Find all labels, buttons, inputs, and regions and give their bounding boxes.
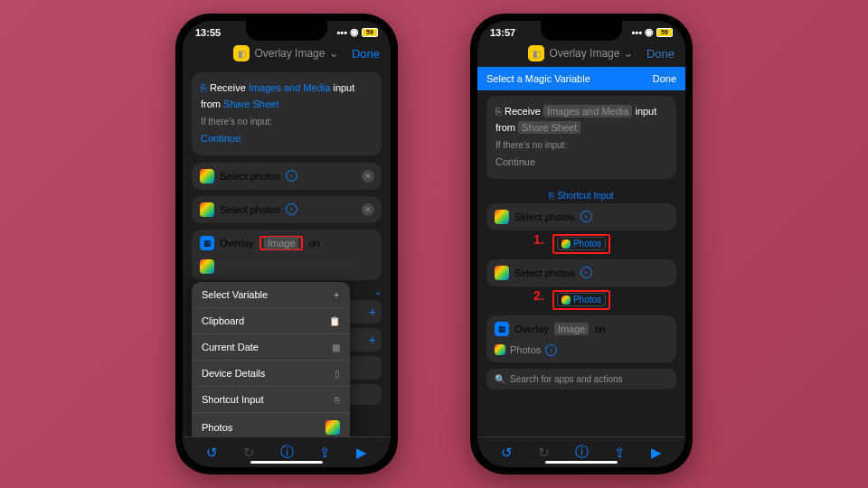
home-indicator[interactable] bbox=[250, 461, 323, 464]
wifi-icon: ◉ bbox=[645, 26, 654, 38]
redo-button: ↻ bbox=[538, 445, 550, 461]
editor-header: ◧ Overlay Image ⌄ Done bbox=[477, 40, 685, 67]
phone-icon: ▯ bbox=[335, 369, 340, 379]
battery-level: 59 bbox=[656, 28, 673, 37]
receive-block: ⎘ Receive Images and Media input from Sh… bbox=[192, 72, 382, 155]
shortcut-title: Overlay Image bbox=[549, 47, 619, 60]
info-button[interactable]: ⓘ bbox=[280, 444, 294, 461]
undo-button[interactable]: ↺ bbox=[501, 445, 513, 461]
menu-shortcut-input[interactable]: Shortcut Input⎘ bbox=[192, 387, 350, 413]
undo-button[interactable]: ↺ bbox=[206, 445, 218, 461]
banner-done-button[interactable]: Done bbox=[653, 73, 676, 84]
select-photos-action-1[interactable]: Select photos › bbox=[486, 203, 676, 230]
done-button[interactable]: Done bbox=[352, 47, 380, 61]
select-photos-action-1[interactable]: Select photos › ✕ bbox=[192, 163, 382, 190]
shortcut-title: Overlay Image bbox=[254, 47, 325, 60]
notch bbox=[246, 21, 327, 41]
variable-menu-popup: Select Variable✦ Clipboard📋 Current Date… bbox=[192, 282, 350, 436]
no-input-action[interactable]: Continue bbox=[495, 155, 667, 171]
time: 13:57 bbox=[490, 27, 515, 38]
input-source-token[interactable]: Share Sheet bbox=[518, 121, 580, 134]
share-button[interactable]: ⇪ bbox=[319, 445, 331, 461]
menu-select-variable[interactable]: Select Variable✦ bbox=[192, 282, 350, 308]
photos-icon bbox=[561, 296, 571, 305]
editor-header: ◧ Overlay Image ⌄ Done bbox=[183, 40, 391, 67]
home-indicator[interactable] bbox=[545, 461, 618, 464]
input-icon: ⎘ bbox=[495, 106, 502, 117]
action-label: Select photos bbox=[514, 267, 575, 278]
label: on bbox=[308, 238, 319, 249]
chevron-down-icon[interactable]: ⌄ bbox=[624, 47, 633, 60]
overlay-action[interactable]: ▦ Overlay Image on bbox=[192, 230, 382, 280]
expand-icon[interactable]: › bbox=[286, 203, 297, 215]
overlay-icon: ▦ bbox=[495, 322, 509, 336]
time: 13:55 bbox=[195, 27, 221, 38]
photos-icon bbox=[200, 169, 214, 183]
label: Overlay bbox=[220, 238, 254, 249]
select-photos-action-2[interactable]: Select photos › ✕ bbox=[192, 196, 382, 223]
action-label: Select photos bbox=[220, 204, 280, 215]
expand-icon[interactable]: › bbox=[286, 170, 297, 182]
remove-action-button[interactable]: ✕ bbox=[362, 170, 374, 183]
remove-action-button[interactable]: ✕ bbox=[362, 203, 374, 216]
input-icon: ⎘ bbox=[335, 395, 340, 405]
search-input[interactable]: 🔍Search for apps and actions bbox=[486, 369, 676, 389]
action-label: Select photos bbox=[514, 211, 575, 222]
annotation-2: 2. bbox=[533, 288, 544, 303]
photos-icon bbox=[495, 266, 509, 280]
image-param-token[interactable]: Image bbox=[264, 237, 299, 249]
input-source-token[interactable]: Share Sheet bbox=[223, 99, 278, 109]
photos-icon bbox=[561, 239, 571, 249]
on-target[interactable]: Photos bbox=[510, 344, 541, 355]
image-param-token[interactable]: Image bbox=[554, 323, 590, 335]
signal-icon: ••• bbox=[631, 27, 642, 38]
screen-right: 13:57 ••• ◉ 59 ◧ Overlay Image ⌄ Done Se… bbox=[477, 21, 685, 467]
action-label: Select photos bbox=[220, 171, 280, 182]
photos-icon bbox=[200, 202, 214, 217]
expand-icon[interactable]: › bbox=[580, 267, 592, 278]
overlay-action[interactable]: ▦ Overlay Image on Photos › bbox=[486, 315, 676, 362]
input-icon: ⎘ bbox=[549, 191, 554, 201]
add-icon[interactable]: + bbox=[369, 305, 376, 319]
run-button[interactable]: ▶ bbox=[356, 445, 367, 461]
notch bbox=[541, 21, 622, 41]
chevron-down-icon[interactable]: ⌄ bbox=[329, 47, 338, 60]
run-button[interactable]: ▶ bbox=[651, 445, 662, 461]
select-photos-action-2[interactable]: Select photos › bbox=[486, 259, 676, 286]
label: Overlay bbox=[514, 324, 549, 334]
photos-icon bbox=[495, 210, 509, 224]
menu-clipboard[interactable]: Clipboard📋 bbox=[192, 308, 350, 334]
banner-title: Select a Magic Variable bbox=[486, 73, 590, 84]
photos-icon bbox=[200, 259, 214, 274]
receive-block: ⎘ Receive Images and Media input from Sh… bbox=[486, 96, 676, 179]
expand-icon[interactable]: › bbox=[545, 344, 557, 356]
input-types-token[interactable]: Images and Media bbox=[249, 82, 331, 93]
no-input-label: If there's no input: bbox=[495, 138, 667, 153]
label: on bbox=[594, 324, 605, 334]
no-input-action[interactable]: Continue bbox=[201, 131, 373, 147]
photos-variable-1[interactable]: Photos bbox=[557, 237, 606, 250]
magic-variable-banner: Select a Magic Variable Done bbox=[477, 67, 685, 90]
photos-icon bbox=[495, 344, 505, 355]
clipboard-icon: 📋 bbox=[329, 316, 340, 326]
phone-right: 13:57 ••• ◉ 59 ◧ Overlay Image ⌄ Done Se… bbox=[470, 14, 693, 474]
photos-icon bbox=[326, 420, 340, 435]
menu-current-date[interactable]: Current Date▦ bbox=[192, 334, 350, 361]
input-icon: ⎘ bbox=[201, 82, 207, 93]
shortcut-input-variable[interactable]: ⎘Shortcut Input bbox=[486, 188, 676, 203]
search-icon: 🔍 bbox=[495, 374, 505, 384]
calendar-icon: ▦ bbox=[332, 343, 340, 352]
label: Receive bbox=[505, 106, 541, 117]
done-button-dim: Done bbox=[646, 47, 675, 61]
menu-device-details[interactable]: Device Details▯ bbox=[192, 361, 350, 387]
shortcut-icon: ◧ bbox=[233, 45, 250, 61]
expand-icon[interactable]: › bbox=[580, 211, 592, 222]
info-button[interactable]: ⓘ bbox=[575, 444, 589, 461]
photos-variable-2[interactable]: Photos bbox=[557, 293, 606, 306]
add-icon[interactable]: + bbox=[369, 333, 376, 347]
no-input-label: If there's no input: bbox=[201, 115, 373, 129]
input-types-token[interactable]: Images and Media bbox=[543, 105, 633, 117]
redo-button: ↻ bbox=[243, 445, 255, 461]
share-button[interactable]: ⇪ bbox=[614, 445, 626, 461]
menu-photos[interactable]: Photos bbox=[192, 413, 350, 436]
